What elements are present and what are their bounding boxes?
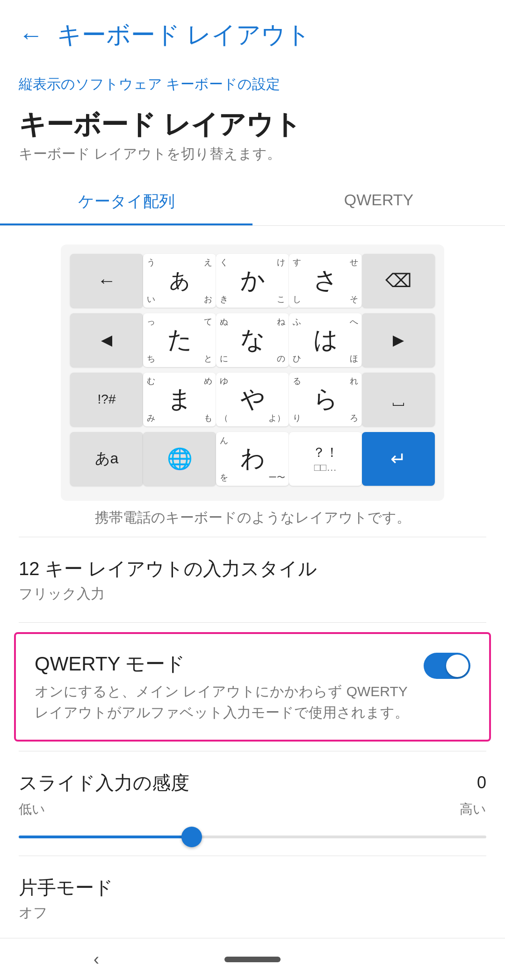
page-subtitle: キーボード レイアウトを切り替えます。 — [19, 144, 486, 164]
qwerty-mode-toggle[interactable] — [424, 653, 470, 679]
slider-value: 0 — [477, 773, 486, 793]
kb-key-ya[interactable]: ゆ や （ よ） — [216, 373, 289, 426]
bottom-navigation: ‹ — [0, 938, 505, 980]
kb-key-globe[interactable]: 🌐 — [143, 432, 216, 486]
qwerty-mode-description: オンにすると、メイン レイアウトにかかわらず QWERTY レイアウトがアルファ… — [35, 681, 410, 723]
divider-2 — [19, 622, 486, 623]
kb-key-punct[interactable]: ？！ □□… — [289, 432, 362, 486]
slide-input-section: スライド入力の感度 0 低い 高い — [0, 751, 505, 856]
kb-key-symbols[interactable]: !?# — [70, 373, 143, 426]
header: ← キーボード レイアウト — [0, 0, 505, 65]
kb-key-right[interactable]: ► — [362, 313, 435, 367]
kb-key-sa[interactable]: す せ さ し そ — [289, 254, 362, 308]
slider-thumb[interactable] — [181, 827, 202, 847]
slider-header: スライド入力の感度 0 — [19, 770, 486, 796]
qwerty-toggle-container — [424, 653, 470, 679]
keyboard-preview-container: ← う え あ い お く け か き こ す せ さ し そ — [0, 226, 505, 537]
kb-row-2: ◄ っ て た ち と ぬ ね な に の ふ へ は ひ ほ — [70, 313, 435, 367]
nav-back-button[interactable]: ‹ — [94, 950, 99, 969]
keyboard-description: 携帯電話のキーボードのようなレイアウトです。 — [95, 508, 411, 527]
tab-qwerty[interactable]: QWERTY — [252, 178, 505, 225]
slider-label-low: 低い — [19, 800, 45, 818]
kb-key-enter[interactable]: ↵ — [362, 432, 435, 486]
toggle-thumb — [446, 655, 469, 677]
slider-fill — [19, 836, 192, 838]
kb-row-3: !?# む め ま み も ゆ や （ よ） る れ ら り ろ — [70, 373, 435, 426]
kb-key-ha[interactable]: ふ へ は ひ ほ — [289, 313, 362, 367]
slider-labels: 低い 高い — [19, 800, 486, 818]
kb-key-ta[interactable]: っ て た ち と — [143, 313, 216, 367]
input-style-subtitle: フリック入力 — [19, 584, 486, 604]
qwerty-mode-title: QWERTY モード — [35, 651, 410, 677]
qwerty-mode-text: QWERTY モード オンにすると、メイン レイアウトにかかわらず QWERTY… — [35, 651, 410, 723]
input-style-item[interactable]: 12 キー レイアウトの入力スタイル フリック入力 — [0, 537, 505, 622]
input-style-title: 12 キー レイアウトの入力スタイル — [19, 556, 486, 582]
kb-key-ra[interactable]: る れ ら り ろ — [289, 373, 362, 426]
kb-row-4: あa 🌐 ん わ を ー〜 ？！ □□… ↵ — [70, 432, 435, 486]
one-hand-mode-subtitle: オフ — [19, 903, 486, 922]
kb-key-ma[interactable]: む め ま み も — [143, 373, 216, 426]
kb-key-back[interactable]: ← — [70, 254, 143, 308]
page-title-section: キーボード レイアウト キーボード レイアウトを切り替えます。 — [0, 99, 505, 178]
kb-key-delete[interactable]: ⌫ — [362, 254, 435, 308]
kb-key-a[interactable]: う え あ い お — [143, 254, 216, 308]
qwerty-mode-box: QWERTY モード オンにすると、メイン レイアウトにかかわらず QWERTY… — [14, 632, 491, 742]
slider-title: スライド入力の感度 — [19, 770, 189, 796]
kb-key-space[interactable]: ⎵ — [362, 373, 435, 426]
one-hand-mode-title: 片手モード — [19, 875, 486, 901]
breadcrumb-text[interactable]: 縦表示のソフトウェア キーボードの設定 — [19, 76, 280, 92]
keyboard-preview: ← う え あ い お く け か き こ す せ さ し そ — [61, 245, 444, 501]
kb-key-left[interactable]: ◄ — [70, 313, 143, 367]
slider-track-container[interactable] — [19, 828, 486, 846]
kb-key-na[interactable]: ぬ ね な に の — [216, 313, 289, 367]
slider-label-high: 高い — [460, 800, 486, 818]
page-title: キーボード レイアウト — [19, 108, 486, 141]
header-title: キーボード レイアウト — [57, 19, 310, 51]
breadcrumb: 縦表示のソフトウェア キーボードの設定 — [0, 65, 505, 99]
kb-key-ka[interactable]: く け か き こ — [216, 254, 289, 308]
one-hand-mode-item[interactable]: 片手モード オフ — [0, 856, 505, 941]
kb-key-wa[interactable]: ん わ を ー〜 — [216, 432, 289, 486]
kb-key-mode[interactable]: あa — [70, 432, 143, 486]
back-button[interactable]: ← — [19, 21, 43, 49]
tabs: ケータイ配列 QWERTY — [0, 178, 505, 226]
slider-track — [19, 836, 486, 838]
nav-home-pill[interactable] — [224, 957, 281, 962]
kb-row-1: ← う え あ い お く け か き こ す せ さ し そ — [70, 254, 435, 308]
tab-keitai[interactable]: ケータイ配列 — [0, 178, 252, 225]
